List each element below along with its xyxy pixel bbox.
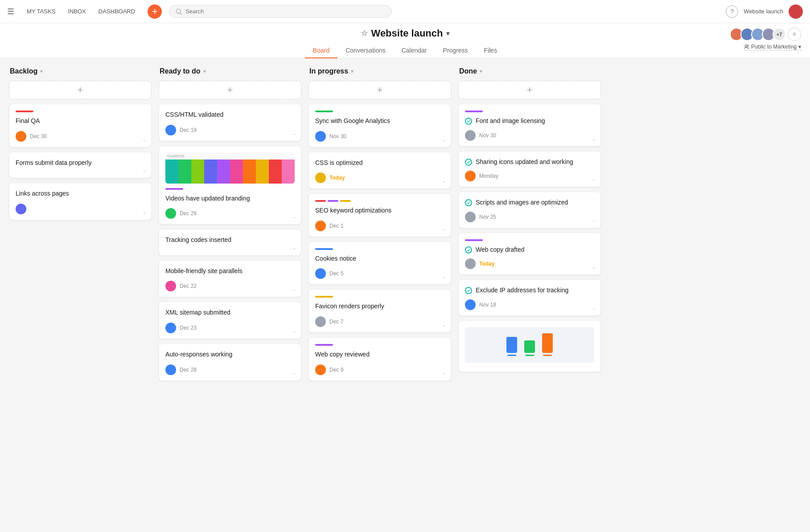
- tab-conversations[interactable]: Conversations: [337, 43, 394, 58]
- card-title-final-qa: Final QA: [16, 117, 145, 126]
- privacy-label[interactable]: Public to Marketing ▾: [744, 44, 801, 50]
- in-progress-add-card[interactable]: +: [308, 81, 451, 99]
- date-seo: Dec 1: [329, 223, 343, 229]
- expand-icon[interactable]: ⌄: [292, 213, 296, 220]
- in-progress-chevron[interactable]: ▾: [351, 68, 354, 74]
- expand-icon[interactable]: ⌄: [142, 136, 147, 143]
- column-done: Done ▾ + Font and image licensing Nov 30…: [458, 67, 601, 524]
- expand-icon[interactable]: ⌄: [592, 135, 596, 142]
- add-member-button[interactable]: +: [788, 28, 801, 41]
- expand-icon[interactable]: ⌄: [592, 305, 596, 311]
- card-cookies-notice[interactable]: Cookies notice Dec 5 ⌄: [308, 241, 451, 285]
- card-title-row-font: Font and image licensing: [465, 117, 594, 126]
- card-title-row-exclude: Exclude IP addresses for tracking: [465, 286, 594, 295]
- status-dot-exclude: [465, 287, 472, 294]
- card-footer-css-opt: Today: [315, 172, 444, 183]
- card-forms-submit[interactable]: Forms submit data properly ⌄: [9, 152, 152, 179]
- expand-icon[interactable]: ⌄: [142, 209, 147, 215]
- tab-board[interactable]: Board: [305, 43, 337, 58]
- backlog-chevron[interactable]: ▾: [40, 68, 43, 74]
- inbox-link[interactable]: INBOX: [62, 5, 91, 17]
- card-sharing-icons[interactable]: Sharing icons updated and working Monday…: [458, 151, 601, 188]
- card-title-css-opt: CSS is optimized: [315, 159, 444, 168]
- project-chevron-icon[interactable]: ▾: [446, 30, 449, 37]
- backlog-add-card[interactable]: +: [9, 81, 152, 99]
- expand-icon[interactable]: ⌄: [292, 245, 296, 251]
- card-web-copy-reviewed[interactable]: Web copy reviewed Dec 9 ⌄: [308, 337, 451, 381]
- date-web-reviewed: Dec 9: [329, 367, 343, 373]
- project-tabs: Board Conversations Calendar Progress Fi…: [305, 43, 505, 58]
- expand-icon[interactable]: ⌄: [142, 167, 147, 173]
- card-title-xml: XML sitemap submitted: [165, 308, 295, 317]
- card-css-optimized[interactable]: CSS is optimized Today ⌄: [308, 152, 451, 189]
- expand-icon[interactable]: ⌄: [292, 286, 296, 292]
- card-xml-sitemap[interactable]: XML sitemap submitted Dec 23 ⌄: [159, 302, 301, 339]
- expand-icon[interactable]: ⌄: [292, 130, 296, 136]
- done-chevron[interactable]: ▾: [480, 68, 482, 74]
- card-auto-responses[interactable]: Auto-responses working Dec 28 ⌄: [159, 344, 301, 381]
- gradient-bars: [165, 160, 295, 184]
- card-web-copy-drafted[interactable]: Web copy drafted Today ⌄: [458, 233, 601, 275]
- expand-icon[interactable]: ⌄: [292, 328, 296, 334]
- tab-progress[interactable]: Progress: [435, 43, 476, 58]
- my-tasks-link[interactable]: MY TASKS: [21, 5, 61, 17]
- expand-icon[interactable]: ⌄: [442, 136, 446, 143]
- card-exclude-ip[interactable]: Exclude IP addresses for tracking Nov 18…: [458, 279, 601, 316]
- ready-chevron[interactable]: ▾: [203, 68, 206, 74]
- card-accent-yellow: [315, 296, 333, 298]
- privacy-text: Public to Marketing: [751, 44, 797, 50]
- help-button[interactable]: ?: [726, 5, 738, 18]
- expand-icon[interactable]: ⌄: [292, 370, 296, 376]
- card-sync-analytics[interactable]: Sync with Google Analytics Nov 30 ⌄: [308, 104, 451, 147]
- expand-icon[interactable]: ⌄: [442, 178, 446, 184]
- card-links-pages[interactable]: Links across pages ⌄: [9, 183, 152, 220]
- card-final-qa[interactable]: Final QA Dec 30 ⌄: [9, 104, 152, 147]
- dashboard-link[interactable]: DASHBOARD: [93, 5, 140, 17]
- card-footer-xml: Dec 23: [165, 323, 295, 333]
- svg-point-3: [747, 45, 749, 47]
- tab-files[interactable]: Files: [476, 43, 506, 58]
- expand-icon[interactable]: ⌄: [442, 274, 446, 280]
- bar-red: [269, 160, 282, 184]
- user-avatar[interactable]: [789, 4, 803, 19]
- card-thumbnail-bottom[interactable]: [458, 320, 601, 372]
- in-progress-header: In progress ▾: [308, 67, 451, 75]
- date-mobile: Dec 22: [180, 283, 197, 289]
- star-icon[interactable]: ☆: [361, 29, 368, 38]
- card-videos-branding[interactable]: Gradients Videos have updated branding: [159, 146, 301, 225]
- card-tracking-codes[interactable]: Tracking codes inserted ⌄: [159, 229, 301, 256]
- avatar-final-qa: [16, 131, 26, 142]
- ready-add-card[interactable]: +: [159, 81, 301, 99]
- menu-icon[interactable]: ☰: [7, 7, 14, 16]
- project-title-text: Website launch: [371, 28, 443, 39]
- search-input[interactable]: [185, 8, 385, 15]
- card-title-css-html: CSS/HTML validated: [165, 110, 295, 119]
- expand-icon[interactable]: ⌄: [592, 217, 596, 223]
- bar-pink: [230, 160, 243, 184]
- nav-right: ? Website launch: [726, 4, 803, 19]
- card-mobile-friendly[interactable]: Mobile-friendly site parallels Dec 22 ⌄: [159, 260, 301, 298]
- expand-icon[interactable]: ⌄: [442, 226, 446, 232]
- card-title-web-reviewed: Web copy reviewed: [315, 350, 444, 359]
- expand-icon[interactable]: ⌄: [442, 322, 446, 328]
- card-title-drafted: Web copy drafted: [476, 246, 524, 254]
- card-favicon[interactable]: Favicon renders properly Dec 7 ⌄: [308, 289, 451, 333]
- check-icon: [467, 201, 470, 205]
- backlog-header: Backlog ▾: [9, 67, 152, 75]
- expand-icon[interactable]: ⌄: [592, 264, 596, 270]
- card-scripts-images[interactable]: Scripts and images are optimized Nov 25 …: [458, 192, 601, 228]
- date-final-qa: Dec 30: [30, 133, 47, 139]
- expand-icon[interactable]: ⌄: [592, 176, 596, 182]
- people-icon: [744, 44, 749, 49]
- expand-icon[interactable]: ⌄: [442, 370, 446, 376]
- avatar-links: [16, 204, 26, 214]
- done-add-card[interactable]: +: [458, 81, 601, 99]
- card-title-favicon: Favicon renders properly: [315, 302, 444, 311]
- search-icon: [176, 8, 182, 15]
- tab-calendar[interactable]: Calendar: [394, 43, 435, 58]
- add-button[interactable]: +: [148, 4, 162, 19]
- team-count[interactable]: +7: [773, 28, 786, 41]
- card-css-html[interactable]: CSS/HTML validated Dec 19 ⌄: [159, 104, 301, 141]
- card-font-licensing[interactable]: Font and image licensing Nov 30 ⌄: [458, 104, 601, 147]
- card-seo-keyword[interactable]: SEO keyword optimizations Dec 1 ⌄: [308, 193, 451, 237]
